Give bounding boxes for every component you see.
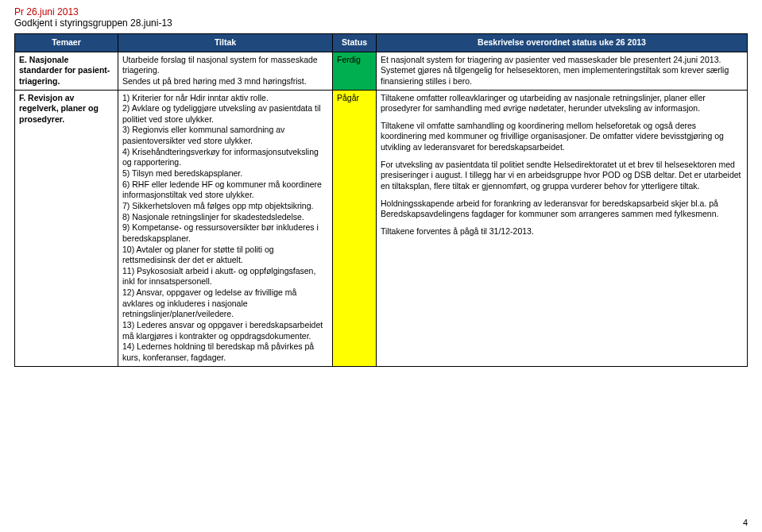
cell-tema: F. Revisjon av regelverk, planer og pros…: [15, 90, 118, 366]
col-header-tiltak: Tiltak: [118, 34, 333, 52]
beskrivelse-paragraph: For utveksling av pasientdata til politi…: [381, 160, 743, 192]
beskrivelse-paragraph: Et nasjonalt system for triagering av pa…: [381, 55, 743, 87]
table-row: F. Revisjon av regelverk, planer og pros…: [15, 90, 748, 366]
col-header-beskriv: Beskrivelse overordnet status uke 26 201…: [377, 34, 748, 52]
col-header-status: Status: [333, 34, 377, 52]
cell-status: Pågår: [333, 90, 377, 366]
header-approved: Godkjent i styringsgruppen 28.juni-13: [14, 17, 748, 29]
beskrivelse-paragraph: Tiltakene forventes å pågå til 31/12-201…: [381, 226, 743, 237]
beskrivelse-paragraph: Tiltakene omfatter rolleavklaringer og u…: [381, 93, 743, 114]
cell-tiltak: Utarbeide forslag til nasjonal system fo…: [118, 52, 333, 90]
header-date: Pr 26.juni 2013: [14, 6, 748, 17]
beskrivelse-paragraph: Holdningsskapende arbeid for forankring …: [381, 199, 743, 220]
col-header-temaer: Temaer: [15, 34, 118, 52]
cell-status: Ferdig: [333, 52, 377, 90]
table-header-row: Temaer Tiltak Status Beskrivelse overord…: [15, 34, 748, 52]
cell-beskrivelse: Et nasjonalt system for triagering av pa…: [377, 52, 748, 90]
page-number: 4: [743, 518, 748, 527]
cell-tema: E. Nasjonale standarder for pasient-tria…: [15, 52, 118, 90]
status-table: Temaer Tiltak Status Beskrivelse overord…: [14, 33, 748, 367]
beskrivelse-paragraph: Tiltakene vil omfatte samhandling og koo…: [381, 121, 743, 153]
cell-beskrivelse: Tiltakene omfatter rolleavklaringer og u…: [377, 90, 748, 366]
cell-tiltak: 1) Kriterier for når Hdir inntar aktiv r…: [118, 90, 333, 366]
table-row: E. Nasjonale standarder for pasient-tria…: [15, 52, 748, 90]
